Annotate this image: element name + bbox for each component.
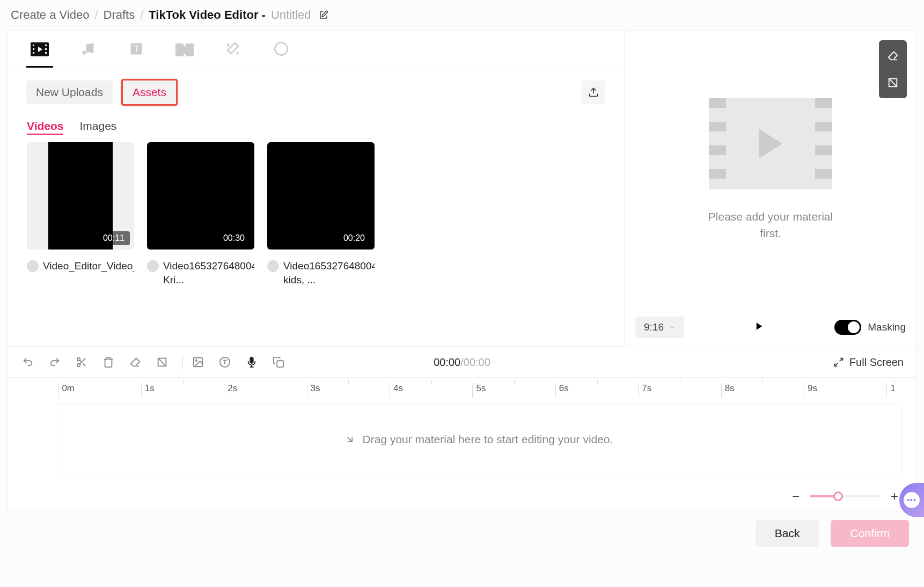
zoom-slider[interactable] [810,495,880,497]
video-card[interactable]: 00:11 Video_Editor_Video_47091_1653478..… [27,142,134,287]
preview-empty-message: Please add your material first. [708,209,833,241]
media-tabs: Videos Images [8,116,624,142]
svg-rect-1 [33,45,34,46]
svg-line-17 [889,79,897,87]
video-duration: 00:11 [98,231,130,245]
zoom-out-button[interactable]: − [789,489,803,503]
ruler-mark: 6s [555,383,638,398]
tab-video[interactable] [26,42,53,68]
svg-line-32 [347,437,351,442]
svg-point-27 [195,359,197,361]
svg-line-30 [840,358,843,362]
video-name: Video_Editor_Video_47091_1653478... [43,259,134,273]
footer-buttons: Back Confirm [0,511,924,555]
preview-panel: Please add your material first. 9:16 Mas… [625,30,917,347]
breadcrumb: Create a Video / Drafts / TikTok Video E… [0,0,924,30]
upload-button[interactable] [582,80,605,104]
video-card[interactable]: 00:30 Video16532764800476_Ringkiting Kri… [147,142,254,287]
masking-toggle[interactable] [834,320,861,335]
svg-rect-6 [45,52,47,54]
svg-line-31 [834,363,838,366]
preview-side-tools [879,40,907,98]
tab-effects[interactable] [219,40,246,68]
toolbar-divider [182,355,183,369]
zoom-controls: − + [8,489,916,511]
arrow-down-right-icon [344,434,355,445]
crop-icon[interactable] [887,77,899,89]
play-icon [759,129,782,159]
fullscreen-button[interactable]: Full Screen [833,356,904,369]
tab-text[interactable]: T [123,41,150,68]
svg-rect-5 [45,48,47,50]
download-icon[interactable] [147,260,159,272]
assets-panel: T New Uploads Assets Videos Images [7,30,625,347]
svg-marker-13 [183,43,194,56]
ruler-mark: 5s [472,383,555,398]
mic-button[interactable] [244,355,259,370]
cut-button[interactable] [74,355,89,370]
tab-images[interactable]: Images [79,120,116,135]
delete-button[interactable] [101,355,116,370]
edit-icon[interactable] [319,10,328,20]
breadcrumb-create[interactable]: Create a Video [11,8,89,22]
play-button[interactable] [754,321,764,333]
ruler-mark: 3s [307,383,390,398]
ruler-mark: 1s [141,383,224,398]
ruler-mark: 0m [58,383,141,398]
erase-button[interactable] [128,355,143,370]
breadcrumb-sep: / [140,8,143,22]
copy-button[interactable] [271,355,286,370]
svg-marker-18 [757,322,762,330]
video-grid: 00:11 Video_Editor_Video_47091_1653478..… [8,142,624,287]
ruler-mark: 1 [886,383,901,398]
svg-point-9 [90,49,94,53]
tab-new-uploads[interactable]: New Uploads [26,80,113,104]
timeline-toolbar: 00:00/00:00 Full Screen [8,347,916,378]
timeline-section: 00:00/00:00 Full Screen 0m 1s 2s 3s 4s 5… [7,347,917,511]
aspect-ratio-dropdown[interactable]: 9:16 [635,317,684,338]
preview-placeholder [709,98,832,189]
svg-rect-3 [33,52,34,54]
chevron-down-icon [669,324,676,331]
undo-button[interactable] [20,355,35,370]
back-button[interactable]: Back [756,520,819,547]
svg-line-25 [158,358,166,366]
breadcrumb-title: Untitled [271,8,311,22]
crop-tool-button[interactable] [155,355,170,370]
video-duration: 00:20 [338,231,370,245]
ruler-mark: 7s [638,383,721,398]
svg-line-22 [83,363,85,366]
download-icon[interactable] [27,260,39,272]
redo-button[interactable] [47,355,62,370]
video-card[interactable]: 00:20 Video16532764800443_Happy, kids, .… [267,142,375,287]
time-display: 00:00/00:00 [434,356,490,369]
media-button[interactable] [190,355,206,370]
ruler-mark: 4s [390,383,472,398]
ruler-mark: 9s [804,383,886,398]
timeline-drop-zone[interactable]: Drag your material here to start editing… [56,405,901,474]
tab-audio[interactable] [75,41,101,68]
video-name: Video16532764800476_Ringkiting Kri... [163,259,254,287]
eraser-icon[interactable] [887,50,899,62]
confirm-button[interactable]: Confirm [831,520,909,547]
tab-stickers[interactable] [268,41,295,68]
svg-line-23 [79,360,82,362]
upload-row: New Uploads Assets [8,68,624,116]
video-duration: 00:30 [218,231,250,245]
svg-rect-4 [45,45,47,46]
svg-point-20 [77,364,80,367]
masking-label: Masking [868,321,906,333]
ruler-mark: 2s [224,383,306,398]
download-icon[interactable] [267,260,279,272]
tab-videos[interactable]: Videos [27,120,63,135]
breadcrumb-sep: / [94,8,98,22]
svg-point-19 [77,358,80,361]
svg-text:T: T [134,44,139,54]
breadcrumb-drafts[interactable]: Drafts [104,8,135,22]
tab-transition[interactable] [171,43,198,68]
tab-assets[interactable]: Assets [121,79,178,106]
svg-rect-2 [33,48,34,50]
timeline-ruler: 0m 1s 2s 3s 4s 5s 6s 7s 8s 9s 1 [8,378,916,398]
text-tool-button[interactable] [217,355,232,370]
asset-type-tabs: T [8,31,624,68]
